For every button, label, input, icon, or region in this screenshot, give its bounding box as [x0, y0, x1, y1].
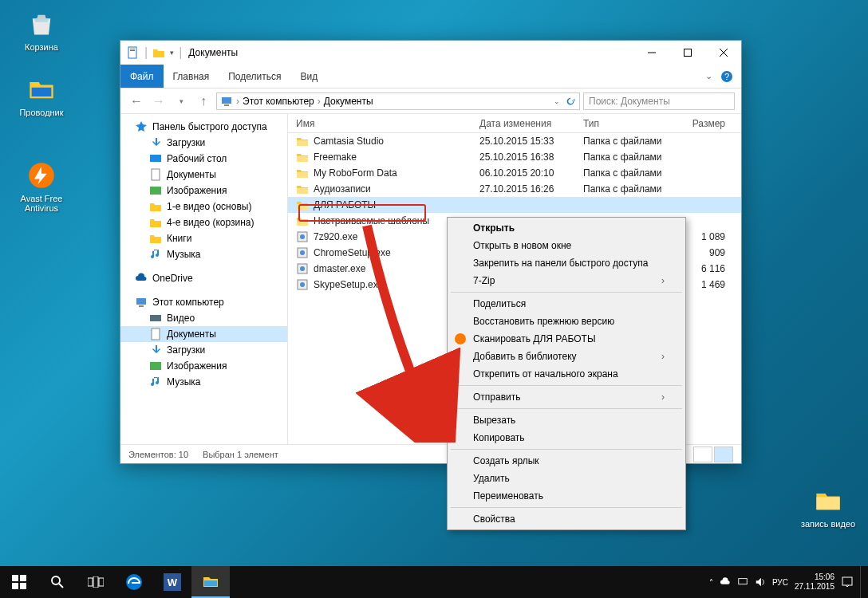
up-button[interactable]: ↑	[194, 92, 213, 111]
col-type[interactable]: Тип	[583, 118, 687, 129]
address-bar: ← → ▾ ↑ › Этот компьютер › Документы ⌄ П…	[120, 89, 741, 114]
column-headers[interactable]: Имя Дата изменения Тип Размер	[288, 114, 741, 133]
col-size[interactable]: Размер	[687, 118, 741, 129]
svg-rect-39	[842, 577, 852, 585]
context-item[interactable]: Поделиться	[449, 295, 684, 313]
context-menu: ОткрытьОткрыть в новом окнеЗакрепить на …	[447, 217, 686, 530]
file-name: Camtasia Studio	[314, 136, 384, 147]
context-item[interactable]: Отправить›	[449, 388, 684, 406]
file-date: 25.10.2015 16:38	[479, 151, 583, 163]
sidebar-item-music[interactable]: Музыка	[120, 246, 287, 262]
show-desktop-button[interactable]	[860, 566, 865, 598]
context-item[interactable]: Вырезать	[449, 411, 684, 429]
refresh-icon[interactable]	[565, 96, 576, 107]
file-row[interactable]: Freemake25.10.2015 16:38Папка с файлами	[288, 149, 741, 165]
context-item[interactable]: Открыть	[449, 219, 684, 237]
sidebar-pc-music[interactable]: Музыка	[120, 374, 287, 390]
file-name: ChromeSetup.exe	[314, 247, 391, 258]
col-date[interactable]: Дата изменения	[479, 118, 583, 129]
close-button[interactable]	[705, 41, 741, 65]
desktop-icon-record-video[interactable]: запись видео	[798, 485, 858, 529]
ribbon-tab-file[interactable]: Файл	[120, 65, 164, 88]
sidebar-item-books[interactable]: Книги	[120, 230, 287, 246]
ribbon-tab-home[interactable]: Главная	[164, 65, 219, 88]
view-icons-button[interactable]	[714, 447, 733, 462]
context-item-label: Переименовать	[473, 490, 543, 502]
desktop-icon-recycle-bin[interactable]: Корзина	[11, 8, 72, 52]
context-item[interactable]: Восстановить прежнюю версию	[449, 313, 684, 330]
context-item[interactable]: Открепить от начального экрана	[449, 365, 684, 383]
context-item-label: Свойства	[473, 513, 515, 525]
sidebar-item-desktop[interactable]: Рабочий стол	[120, 151, 287, 167]
desktop-icon-avast[interactable]: Avast Free Antivirus	[11, 159, 72, 213]
context-item[interactable]: Создать ярлык	[449, 452, 684, 470]
music-icon	[149, 248, 162, 261]
tray-clock[interactable]: 15:06 27.11.2015	[795, 572, 834, 592]
sidebar-item-video1[interactable]: 1-е видео (основы)	[120, 199, 287, 214]
breadcrumb-item[interactable]: Документы	[324, 96, 373, 107]
sidebar-pc-downloads[interactable]: Загрузки	[120, 342, 287, 358]
start-button[interactable]	[0, 566, 38, 598]
tray-network-icon[interactable]	[737, 576, 748, 588]
context-item[interactable]: Открыть в новом окне	[449, 237, 684, 254]
maximize-button[interactable]	[669, 41, 705, 65]
context-item[interactable]: Переименовать	[449, 487, 684, 505]
sidebar-onedrive[interactable]: OneDrive	[120, 270, 287, 286]
breadcrumb[interactable]: › Этот компьютер › Документы ⌄	[216, 92, 580, 110]
sidebar-pc-documents[interactable]: Документы	[120, 326, 287, 342]
search-input[interactable]: Поиск: Документы	[583, 92, 735, 110]
forward-button[interactable]: →	[149, 92, 168, 111]
tray-onedrive-icon[interactable]	[720, 576, 731, 588]
search-button[interactable]	[38, 566, 77, 598]
ribbon-expand-icon[interactable]: ⌄	[705, 71, 712, 81]
taskview-button[interactable]	[77, 566, 115, 598]
file-row[interactable]: Camtasia Studio25.10.2015 15:33Папка с ф…	[288, 133, 741, 149]
context-item[interactable]: 7-Zip›	[449, 272, 684, 289]
sidebar-quick-access[interactable]: Панель быстрого доступа	[120, 119, 287, 135]
file-row[interactable]: ДЛЯ РАБОТЫ	[288, 197, 741, 213]
context-item-label: Открыть в новом окне	[473, 240, 571, 251]
sidebar-item-pictures[interactable]: Изображения	[120, 183, 287, 199]
context-item[interactable]: Свойства	[449, 510, 684, 528]
context-item[interactable]: Копировать	[449, 429, 684, 447]
taskbar-word[interactable]: W	[153, 566, 191, 598]
view-details-button[interactable]	[693, 447, 712, 462]
tray-chevron-icon[interactable]: ˄	[709, 578, 713, 587]
context-item[interactable]: Удалить	[449, 470, 684, 487]
file-row[interactable]: My RoboForm Data06.10.2015 20:10Папка с …	[288, 165, 741, 181]
file-row[interactable]: Аудиозаписи27.10.2015 16:26Папка с файла…	[288, 181, 741, 197]
taskbar-edge[interactable]	[115, 566, 153, 598]
back-button[interactable]: ←	[127, 92, 146, 111]
col-name[interactable]: Имя	[288, 118, 479, 129]
new-folder-icon[interactable]	[152, 46, 165, 59]
sidebar-thispc[interactable]: Этот компьютер	[120, 294, 287, 310]
tray-language[interactable]: РУС	[772, 578, 788, 587]
svg-rect-27	[20, 575, 26, 581]
context-item[interactable]: Закрепить на панели быстрого доступа	[449, 254, 684, 272]
sidebar-pc-pictures[interactable]: Изображения	[120, 358, 287, 374]
ribbon-tab-share[interactable]: Поделиться	[219, 65, 290, 88]
taskbar-explorer[interactable]	[191, 566, 230, 598]
recent-dropdown[interactable]: ▾	[172, 92, 191, 111]
tray-volume-icon[interactable]	[755, 576, 766, 588]
breadcrumb-dropdown-icon[interactable]: ⌄	[554, 97, 560, 105]
pc-icon	[220, 95, 233, 108]
minimize-button[interactable]	[633, 41, 669, 65]
breadcrumb-item[interactable]: Этот компьютер	[243, 96, 314, 107]
sidebar-item-documents[interactable]: Документы	[120, 167, 287, 183]
sidebar-item-downloads[interactable]: Загрузки	[120, 135, 287, 151]
dropdown-arrow-icon[interactable]: ▾	[170, 49, 174, 57]
ribbon-tab-view[interactable]: Вид	[290, 65, 327, 88]
titlebar[interactable]: | ▾ | Документы	[120, 41, 741, 65]
desktop-icon-explorer[interactable]: Проводник	[11, 73, 72, 117]
help-icon[interactable]: ?	[720, 70, 733, 83]
submenu-arrow-icon: ›	[661, 391, 665, 403]
pc-icon	[135, 296, 148, 309]
context-item[interactable]: Добавить в библиотеку›	[449, 348, 684, 365]
svg-rect-2	[130, 49, 135, 49]
sidebar-item-video4[interactable]: 4-е видео (корзина)	[120, 214, 287, 230]
context-item[interactable]: Сканировать ДЛЯ РАБОТЫ	[449, 330, 684, 348]
sidebar-pc-video[interactable]: Видео	[120, 310, 287, 326]
tray-notifications-icon[interactable]	[841, 576, 854, 588]
properties-icon[interactable]	[127, 46, 140, 59]
